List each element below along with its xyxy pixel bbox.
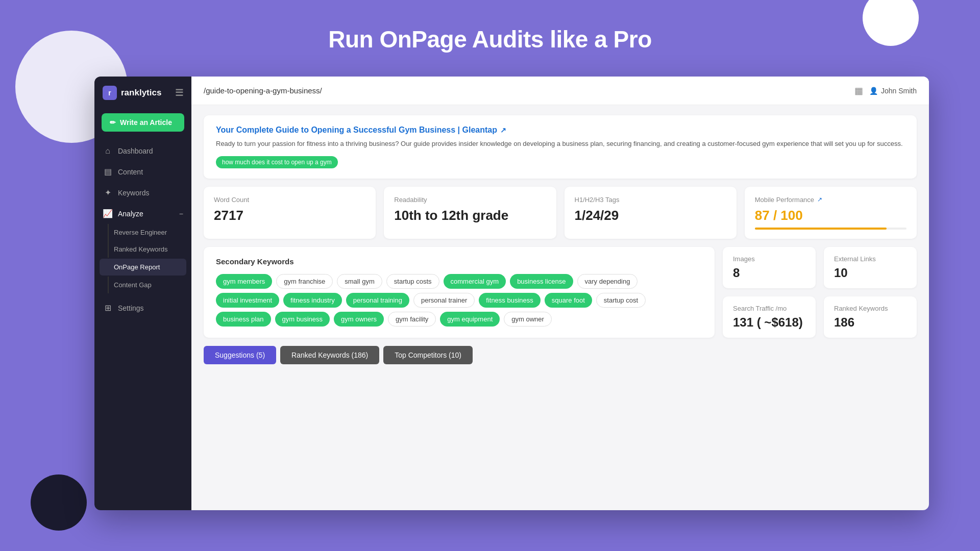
search-traffic-value: 131 ( ~$618) (733, 315, 805, 330)
keyword-badge: how much does it cost to open up a gym (216, 156, 338, 168)
user-icon: 👤 (869, 87, 878, 95)
external-links-label: External Links (834, 255, 906, 263)
secondary-keywords-title: Secondary Keywords (216, 257, 702, 266)
sidebar-item-ranked-keywords[interactable]: Ranked Keywords (94, 241, 191, 258)
external-link-icon: ↗ (500, 126, 506, 134)
keyword-tag[interactable]: fitness industry (283, 293, 342, 308)
word-count-card: Word Count 2717 (204, 187, 376, 239)
article-title-text: Your Complete Guide to Opening a Success… (216, 126, 497, 135)
keyword-tag[interactable]: gym business (275, 312, 330, 327)
sidebar-item-keywords[interactable]: ✦ Keywords (94, 182, 191, 203)
ranked-keywords-card: Ranked Keywords 186 (824, 296, 917, 338)
pencil-icon: ✏ (110, 118, 116, 127)
external-links-card: External Links 10 (824, 247, 917, 288)
stats-row: Word Count 2717 Readability 10th to 12th… (204, 187, 917, 239)
search-traffic-card: Search Traffic /mo 131 ( ~$618) (723, 296, 816, 338)
article-title-link[interactable]: Your Complete Guide to Opening a Success… (216, 126, 904, 135)
h-tags-value: 1/24/29 (575, 208, 726, 223)
word-count-value: 2717 (214, 208, 365, 223)
url-text: /guide-to-opening-a-gym-business/ (204, 86, 322, 95)
sidebar-label-content: Content (118, 168, 143, 176)
grid-icon[interactable]: ▦ (854, 85, 863, 96)
keyword-tag[interactable]: personal trainer (413, 293, 475, 308)
keyword-tag[interactable]: vary depending (577, 274, 638, 289)
tab-button[interactable]: Ranked Keywords (186) (280, 346, 379, 364)
ranked-keywords-stat-label: Ranked Keywords (834, 305, 906, 312)
content-icon: ▤ (103, 167, 113, 177)
tab-button[interactable]: Suggestions (5) (204, 346, 276, 364)
sidebar-item-content[interactable]: ▤ Content (94, 161, 191, 182)
chevron-down-icon: − (179, 210, 183, 218)
sidebar-label-dashboard: Dashboard (118, 147, 153, 155)
images-label: Images (733, 255, 805, 263)
keyword-tag[interactable]: business plan (216, 312, 271, 327)
external-link-icon-mobile: ↗ (817, 196, 822, 203)
decorative-circle-black (31, 474, 87, 531)
readability-value: 10th to 12th grade (394, 208, 546, 223)
images-value: 8 (733, 266, 805, 280)
write-article-label: Write an Article (120, 118, 172, 127)
performance-bar (755, 228, 906, 230)
top-bar-actions: ▦ 👤 John Smith (854, 85, 917, 96)
readability-label: Readability (394, 196, 546, 204)
keyword-tag[interactable]: gym franchise (276, 274, 333, 289)
sidebar-item-settings[interactable]: ⊞ Settings (94, 297, 191, 318)
sidebar-label-settings: Settings (118, 304, 144, 312)
user-name: John Smith (881, 87, 917, 95)
sidebar-label-keywords: Keywords (118, 189, 149, 197)
keyword-tag[interactable]: gym owner (504, 312, 552, 327)
keyword-tag[interactable]: initial investment (216, 293, 279, 308)
logo-text: ranklytics (121, 88, 161, 98)
mobile-performance-value: 87 / 100 (755, 208, 906, 223)
tags-container: gym membersgym franchisesmall gymstartup… (216, 274, 702, 327)
mobile-performance-card: Mobile Performance ↗ 87 / 100 (745, 187, 917, 239)
external-links-value: 10 (834, 266, 906, 280)
hamburger-icon[interactable]: ☰ (175, 87, 183, 98)
write-article-button[interactable]: ✏ Write an Article (102, 113, 184, 132)
analyze-icon: 📈 (103, 209, 113, 218)
keyword-tag[interactable]: gym facility (388, 312, 436, 327)
keyword-tag[interactable]: commercial gym (444, 274, 506, 289)
article-card: Your Complete Guide to Opening a Success… (204, 115, 917, 179)
home-icon: ⌂ (103, 146, 113, 156)
article-description: Ready to turn your passion for fitness i… (216, 139, 904, 149)
keyword-tag[interactable]: personal training (346, 293, 409, 308)
reverse-engineer-label: Reverse Engineer (114, 229, 167, 236)
app-container: r ranklytics ☰ ✏ Write an Article ⌂ Dash… (94, 77, 929, 510)
settings-icon: ⊞ (103, 303, 113, 313)
keyword-tag[interactable]: fitness business (479, 293, 541, 308)
logo-icon: r (103, 86, 117, 100)
right-stats: Images 8 External Links 10 Search Traffi… (723, 247, 917, 338)
content-area: Your Complete Guide to Opening a Success… (191, 105, 929, 510)
onpage-report-label: OnPage Report (114, 263, 160, 271)
keyword-tag[interactable]: startup cost (596, 293, 646, 308)
keyword-tag[interactable]: square foot (545, 293, 592, 308)
sidebar-item-content-gap[interactable]: Content Gap (94, 277, 191, 293)
sidebar-item-onpage-report[interactable]: OnPage Report (100, 259, 186, 276)
tabs-row: Suggestions (5)Ranked Keywords (186)Top … (204, 346, 917, 364)
tab-button[interactable]: Top Competitors (10) (383, 346, 473, 364)
keyword-tag[interactable]: startup costs (386, 274, 439, 289)
traffic-keywords-grid: Search Traffic /mo 131 ( ~$618) Ranked K… (723, 296, 917, 338)
mobile-performance-label: Mobile Performance ↗ (755, 196, 906, 204)
keyword-tag[interactable]: gym members (216, 274, 272, 289)
content-gap-label: Content Gap (114, 281, 152, 289)
sidebar-item-analyze[interactable]: 📈 Analyze − (94, 203, 191, 224)
readability-card: Readability 10th to 12th grade (384, 187, 556, 239)
ranked-keywords-label: Ranked Keywords (114, 245, 168, 253)
keywords-card: Secondary Keywords gym membersgym franch… (204, 247, 715, 338)
search-traffic-label: Search Traffic /mo (733, 305, 805, 312)
word-count-label: Word Count (214, 196, 365, 204)
h-tags-label: H1/H2/H3 Tags (575, 196, 726, 204)
images-links-grid: Images 8 External Links 10 (723, 247, 917, 288)
sidebar-label-analyze: Analyze (118, 210, 143, 218)
performance-bar-fill (755, 228, 887, 230)
sidebar-item-reverse-engineer[interactable]: Reverse Engineer (94, 224, 191, 241)
star-icon: ✦ (103, 188, 113, 197)
images-card: Images 8 (723, 247, 816, 288)
keyword-tag[interactable]: business license (510, 274, 573, 289)
keyword-tag[interactable]: gym equipment (440, 312, 500, 327)
sidebar-item-dashboard[interactable]: ⌂ Dashboard (94, 141, 191, 161)
keyword-tag[interactable]: small gym (337, 274, 382, 289)
keyword-tag[interactable]: gym owners (334, 312, 384, 327)
